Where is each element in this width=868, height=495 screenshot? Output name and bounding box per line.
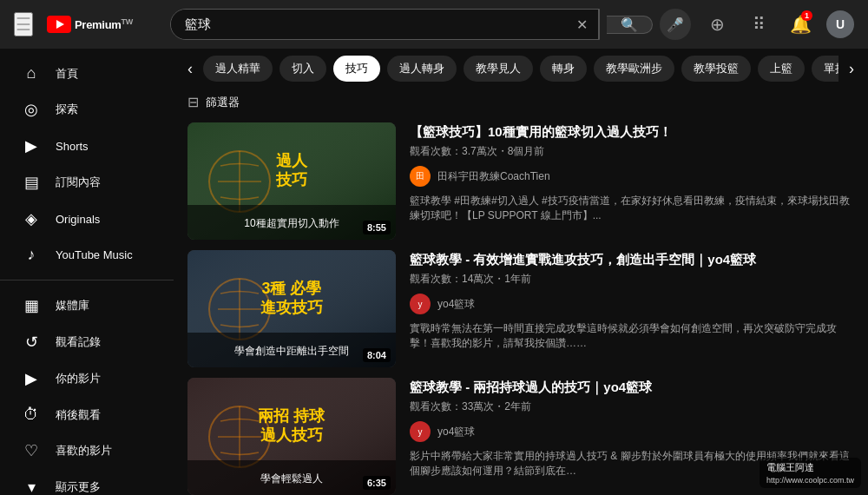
video-channel-avatar-v3: y <box>410 421 431 442</box>
svg-text:10種超實用切入動作: 10種超實用切入動作 <box>244 217 339 229</box>
sidebar-item-youtube-music[interactable]: ♪ YouTube Music <box>0 237 174 273</box>
filter-chip-2[interactable]: 技巧 <box>333 56 380 82</box>
sidebar-label-home: 首頁 <box>56 66 78 82</box>
filter-chip-1[interactable]: 切入 <box>279 56 326 82</box>
video-thumbnail-v2: 3種 必學 進攻技巧 學會創造中距離出手空間 8:04 <box>187 250 396 367</box>
video-item-v1[interactable]: 過人 技巧 10種超實用切入動作 8:55 【籃球技巧】10種實用的籃球切入過人… <box>187 122 854 240</box>
filter-chip-9[interactable]: 單挑 <box>812 56 838 82</box>
create-button[interactable]: ⊕ <box>701 9 733 40</box>
watermark-text: 電腦王阿達 <box>766 462 814 472</box>
topbar: ☰ PremiumTW ✕ 🔍 🎤 ⊕ ⠿ <box>0 0 868 49</box>
video-title-v2: 籃球教學 - 有效增進實戰進攻技巧，創造出手空間｜yo4籃球 <box>410 250 854 268</box>
chips-prev-button[interactable]: ‹ <box>184 56 196 82</box>
account-button[interactable]: U <box>826 10 854 38</box>
sidebar-label-history: 觀看記錄 <box>56 334 101 350</box>
video-channel-name-v2: yo4籃球 <box>437 297 475 312</box>
filter-chip-3[interactable]: 過人轉身 <box>387 56 457 82</box>
filter-chip-0[interactable]: 過人精華 <box>203 56 273 82</box>
video-meta-v2: 觀看次數：14萬次・1年前 <box>410 272 854 287</box>
sidebar-label-originals: Originals <box>56 213 100 226</box>
filter-chip-8[interactable]: 上籃 <box>758 56 805 82</box>
sidebar-item-home[interactable]: ⌂ 首頁 <box>0 56 174 91</box>
svg-text:過人技巧: 過人技巧 <box>260 426 323 444</box>
topbar-left: ☰ PremiumTW <box>14 12 170 36</box>
sidebar-icon-subscriptions: ▤ <box>21 173 42 192</box>
filter-chip-6[interactable]: 教學歐洲步 <box>594 56 674 82</box>
apps-icon: ⠿ <box>753 14 766 35</box>
sidebar-icon-shorts: ▶ <box>21 136 42 155</box>
filter-chip-5[interactable]: 轉身 <box>540 56 587 82</box>
sidebar-icon-youtube-music: ♪ <box>21 246 42 264</box>
logo-area: PremiumTW <box>47 16 133 33</box>
svg-text:進攻技巧: 進攻技巧 <box>260 299 323 316</box>
topbar-right: ⊕ ⠿ 🔔 1 U <box>701 9 854 40</box>
video-duration-v3: 6:35 <box>363 476 391 490</box>
sidebar-icon-liked: ♡ <box>21 441 42 460</box>
search-clear-button[interactable]: ✕ <box>566 10 599 39</box>
svg-text:3種 必學: 3種 必學 <box>261 280 321 297</box>
filter-chips-bar: ‹ 過人精華切入技巧過人轉身教學見人轉身教學歐洲步教學投籃上籃單挑防守規則運球 … <box>174 49 868 89</box>
sidebar-icon-show-more: ▾ <box>21 478 42 495</box>
video-channel-avatar-v1: 田 <box>410 166 431 187</box>
video-item-v2[interactable]: 3種 必學 進攻技巧 學會創造中距離出手空間 8:04 籃球教學 - 有效增進實… <box>187 250 854 367</box>
sidebar-item-liked[interactable]: ♡ 喜歡的影片 <box>0 432 174 469</box>
sidebar-label-youtube-music: YouTube Music <box>56 248 133 261</box>
sidebar-icon-home: ⌂ <box>21 64 42 82</box>
video-thumbnail-v1: 過人 技巧 10種超實用切入動作 8:55 <box>187 122 396 240</box>
sidebar-icon-history: ↺ <box>21 333 42 352</box>
video-channel-name-v1: 田科宇田教練CoachTien <box>437 169 550 184</box>
video-channel-row-v3: y yo4籃球 <box>410 421 854 442</box>
sidebar-item-watch-later[interactable]: ⏱ 稍後觀看 <box>0 397 174 432</box>
video-channel-avatar-v2: y <box>410 294 431 314</box>
sidebar-label-explore: 探索 <box>56 102 78 117</box>
video-info-v2: 籃球教學 - 有效增進實戰進攻技巧，創造出手空間｜yo4籃球 觀看次數：14萬次… <box>410 250 854 367</box>
video-info-v1: 【籃球技巧】10種實用的籃球切入過人技巧！ 觀看次數：3.7萬次・8個月前 田 … <box>410 122 854 240</box>
chips-next-button[interactable]: › <box>845 56 858 82</box>
sidebar-item-originals[interactable]: ◈ Originals <box>0 201 174 237</box>
video-meta-v3: 觀看次數：33萬次・2年前 <box>410 399 854 414</box>
sidebar-item-history[interactable]: ↺ 觀看記錄 <box>0 324 174 360</box>
search-icon: 🔍 <box>621 17 638 32</box>
video-title-v1: 【籃球技巧】10種實用的籃球切入過人技巧！ <box>410 122 854 141</box>
video-list: 過人 技巧 10種超實用切入動作 8:55 【籃球技巧】10種實用的籃球切入過人… <box>174 116 868 495</box>
create-icon: ⊕ <box>710 14 725 35</box>
sidebar-item-library[interactable]: ▦ 媒體庫 <box>0 287 174 324</box>
filter-row: ⊟ 篩選器 <box>174 89 868 116</box>
youtube-logo-icon <box>47 16 71 33</box>
watermark-url: http://www.coolpc.com.tw <box>766 476 854 485</box>
search-input[interactable] <box>171 10 566 39</box>
search-submit-button[interactable]: 🔍 <box>607 16 653 34</box>
sidebar-label-shorts: Shorts <box>56 140 89 153</box>
brand-name: PremiumTW <box>75 17 133 31</box>
hamburger-button[interactable]: ☰ <box>14 12 33 36</box>
search-bar: ✕ <box>170 9 600 40</box>
sidebar-divider-1 <box>0 280 174 280</box>
filter-chips-scroll: 過人精華切入技巧過人轉身教學見人轉身教學歐洲步教學投籃上籃單挑防守規則運球 <box>203 56 838 82</box>
sidebar-item-shorts[interactable]: ▶ Shorts <box>0 128 174 164</box>
apps-button[interactable]: ⠿ <box>743 9 774 40</box>
sidebar-icon-your-videos: ▶ <box>21 369 42 388</box>
sidebar-item-explore[interactable]: ◎ 探索 <box>0 91 174 128</box>
avatar-icon: U <box>836 17 845 31</box>
voice-search-button[interactable]: 🎤 <box>660 9 691 40</box>
sidebar: ⌂ 首頁◎ 探索▶ Shorts▤ 訂閱內容◈ Originals♪ YouTu… <box>0 49 174 495</box>
filter-label[interactable]: 篩選器 <box>206 95 240 110</box>
sidebar-item-show-more[interactable]: ▾ 顯示更多 <box>0 469 174 495</box>
sidebar-item-your-videos[interactable]: ▶ 你的影片 <box>0 360 174 397</box>
watermark: 電腦王阿達 http://www.coolpc.com.tw <box>760 458 861 488</box>
svg-text:過人: 過人 <box>276 152 308 169</box>
sidebar-label-your-videos: 你的影片 <box>56 371 101 386</box>
sidebar-icon-library: ▦ <box>21 296 42 315</box>
video-desc-v2: 實戰時常無法在第一時間直接完成攻擊這時候就必須學會如何創造空間，再次突破防守完成… <box>410 321 854 351</box>
video-item-v3[interactable]: 兩招 持球 過人技巧 學會輕鬆過人 6:35 籃球教學 - 兩招持球過人的技巧｜… <box>187 378 854 495</box>
filter-chip-4[interactable]: 教學見人 <box>464 56 533 82</box>
sidebar-label-subscriptions: 訂閱內容 <box>56 175 101 190</box>
video-channel-row-v2: y yo4籃球 <box>410 294 854 314</box>
filter-chip-7[interactable]: 教學投籃 <box>681 56 751 82</box>
filter-icon: ⊟ <box>187 94 199 110</box>
sidebar-item-subscriptions[interactable]: ▤ 訂閱內容 <box>0 164 174 201</box>
notifications-button[interactable]: 🔔 1 <box>785 9 816 40</box>
microphone-icon: 🎤 <box>667 16 684 33</box>
sidebar-icon-explore: ◎ <box>21 100 42 119</box>
svg-text:技巧: 技巧 <box>275 171 307 188</box>
